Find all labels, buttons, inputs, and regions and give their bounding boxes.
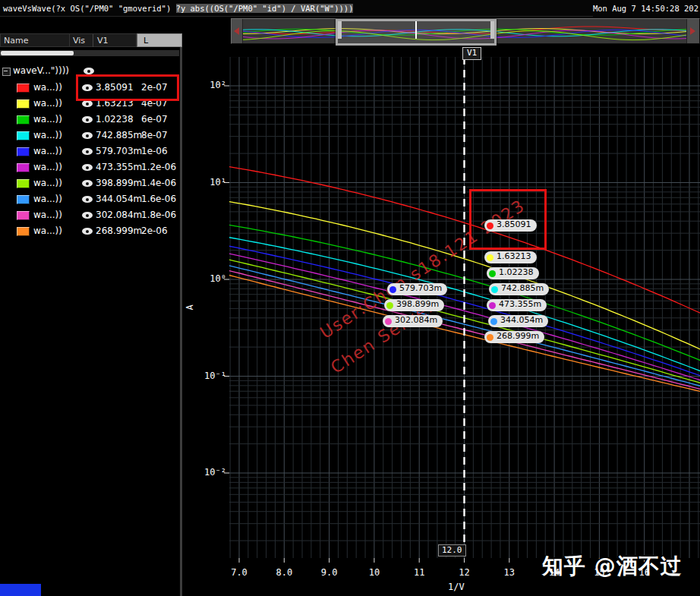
- x-tick-label: 8.0: [276, 567, 292, 578]
- trace-point-dot: [491, 286, 498, 293]
- trace-point-dot: [487, 222, 493, 229]
- trace-point-dot: [487, 334, 493, 341]
- y-axis-title: A: [184, 304, 195, 310]
- cursor-name-label[interactable]: V1: [462, 47, 481, 60]
- cursor-value-label[interactable]: 1.02238: [487, 267, 539, 279]
- trace-point-dot: [490, 318, 497, 325]
- cursor-value-label[interactable]: 268.999m: [484, 331, 544, 343]
- cursor-x-value-label[interactable]: 12.0: [438, 544, 466, 557]
- cursor-value-label[interactable]: 1.63213: [484, 251, 537, 263]
- x-tick-label: 11: [414, 567, 424, 578]
- y-tick-label: 10¹: [197, 177, 226, 188]
- trace-point-dot: [487, 254, 493, 261]
- trace-point-dot: [389, 286, 396, 293]
- x-tick-label: 10: [369, 567, 380, 578]
- cursor-value-label[interactable]: 473.355m: [487, 299, 547, 311]
- x-tick-label: 13: [504, 567, 515, 578]
- cursor-value-label[interactable]: 398.899m: [384, 299, 444, 311]
- cursor-value-label[interactable]: 344.054m: [488, 315, 548, 327]
- cursor-value-label[interactable]: 579.703m: [387, 283, 447, 295]
- y-tick-label: 10²: [197, 80, 226, 90]
- x-tick-label: 12: [459, 567, 469, 578]
- x-axis-title: 1/V: [448, 582, 465, 592]
- x-tick-label: 9.0: [321, 567, 338, 578]
- trace-point-dot: [385, 318, 392, 325]
- cursor-value-label[interactable]: 302.084m: [383, 315, 443, 327]
- zhihu-watermark: 知乎 @酒不过: [542, 552, 683, 581]
- cursor-value-label[interactable]: 742.885m: [489, 283, 549, 295]
- trace-point-dot: [489, 270, 496, 277]
- y-tick-label: 10⁻¹: [197, 371, 226, 381]
- trace-point-dot: [489, 302, 496, 309]
- y-tick-label: 10⁰: [197, 273, 226, 284]
- y-tick-label: 10⁻²: [197, 467, 226, 478]
- x-tick-label: 15: [594, 567, 604, 578]
- cursor-value-label[interactable]: 3.85091: [484, 219, 537, 232]
- x-tick-label: 7.0: [231, 567, 248, 578]
- trace-point-dot: [386, 302, 393, 309]
- corner-blue-block: [0, 584, 41, 596]
- x-tick-label: 16: [639, 567, 649, 578]
- highlight-box-panel: [76, 74, 179, 101]
- x-tick-label: 14: [549, 567, 560, 578]
